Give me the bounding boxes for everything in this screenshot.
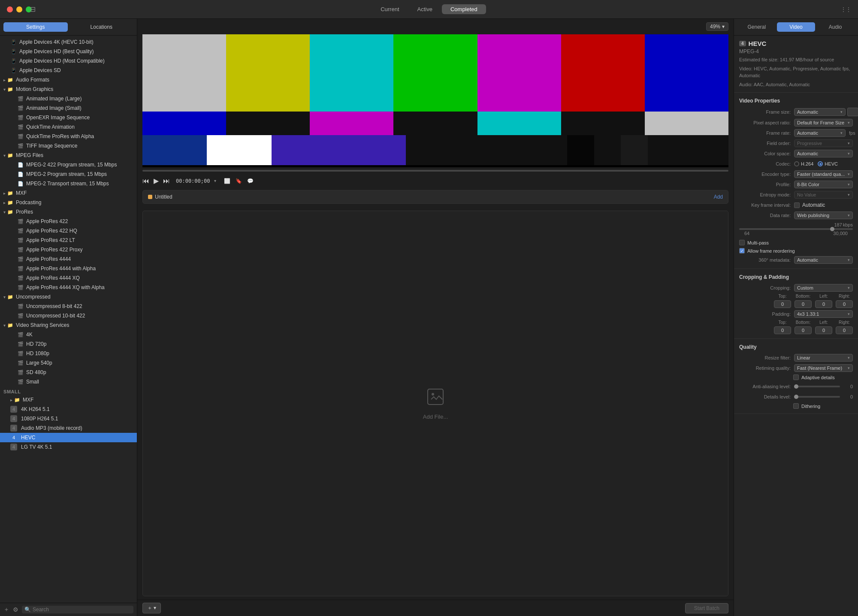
zoom-control[interactable]: 49% ▾ <box>706 22 728 31</box>
list-item[interactable]: 🎬 SD 480p <box>0 368 137 377</box>
tab-current[interactable]: Current <box>372 4 408 14</box>
profile-select[interactable]: 8-Bit Color ▾ <box>794 181 853 188</box>
pad-top-input[interactable] <box>774 326 791 334</box>
list-item[interactable]: 🎬 QuickTime ProRes with Alpha <box>0 132 137 141</box>
color-space-select[interactable]: Automatic ▾ <box>794 150 853 157</box>
list-item[interactable]: 4 Audio MP3 (mobile record) <box>0 423 137 433</box>
list-item[interactable]: 📄 MPEG-2 Transport stream, 15 Mbps <box>0 179 137 188</box>
pad-bottom-input[interactable] <box>795 326 812 334</box>
multipass-checkbox[interactable] <box>739 240 745 245</box>
list-item[interactable]: 🎬 Uncompressed 10-bit 422 <box>0 311 137 320</box>
tab-audio[interactable]: Audio <box>816 22 855 32</box>
sidebar-item-video-sharing[interactable]: 📁 Video Sharing Services <box>0 320 137 330</box>
list-item[interactable]: 🎬 Animated Image (Large) <box>0 94 137 103</box>
tab-general[interactable]: General <box>737 22 776 32</box>
pad-left-input[interactable] <box>815 326 832 334</box>
list-item[interactable]: 🎬 Apple ProRes 422 LT <box>0 236 137 245</box>
list-item[interactable]: 🎬 Uncompressed 8-bit 422 <box>0 302 137 311</box>
list-item[interactable]: 🎬 OpenEXR Image Sequence <box>0 113 137 122</box>
close-button[interactable] <box>7 6 13 12</box>
list-item[interactable]: 📱 Apple Devices HD (Most Compatible) <box>0 56 137 66</box>
list-item[interactable]: 🎬 Apple ProRes 422 Proxy <box>0 245 137 254</box>
list-item[interactable]: 📄 MPEG-2 422 Program stream, 15 Mbps <box>0 160 137 169</box>
fast-forward-button[interactable]: ⏭ <box>163 177 170 185</box>
add-file-area[interactable]: Add File... <box>142 211 728 596</box>
list-item[interactable]: 📱 Apple Devices 4K (HEVC 10-bit) <box>0 37 137 47</box>
list-item[interactable]: 🎬 HD 1080p <box>0 349 137 358</box>
keyframe-checkbox[interactable] <box>794 202 800 208</box>
sidebar-tab-locations[interactable]: Locations <box>69 22 134 32</box>
list-item[interactable]: 📄 MPEG-2 Program stream, 15 Mbps <box>0 169 137 179</box>
adaptive-details-checkbox[interactable] <box>793 374 799 380</box>
sidebar-item-custom-mxf[interactable]: 📁 MXF <box>0 395 137 405</box>
list-item[interactable]: 🎬 HD 720p <box>0 339 137 349</box>
search-input[interactable] <box>33 607 131 613</box>
allow-reorder-checkbox[interactable] <box>739 248 745 254</box>
add-row-button[interactable]: ＋ ▾ <box>142 603 161 613</box>
play-button[interactable]: ▶ <box>154 177 159 185</box>
crop-left-input[interactable] <box>815 300 832 308</box>
bookmark-icon[interactable]: 🔖 <box>236 178 242 184</box>
sidebar-item-mxf[interactable]: 📁 MXF <box>0 188 137 198</box>
list-item[interactable]: 🎬 QuickTime Animation <box>0 122 137 132</box>
start-batch-button[interactable]: Start Batch <box>685 603 728 613</box>
sidebar-item-prores[interactable]: 📁 ProRes <box>0 207 137 217</box>
list-item[interactable]: 🎬 Animated Image (Small) <box>0 103 137 113</box>
radio-h264[interactable]: H.264 <box>794 161 813 166</box>
rewind-button[interactable]: ⏮ <box>142 177 149 185</box>
list-item[interactable]: 🎬 Apple ProRes 4444 XQ with Alpha <box>0 283 137 292</box>
frame-size-select[interactable]: Automatic ▾ <box>794 108 846 116</box>
list-item[interactable]: 4 4K H264 5.1 <box>0 405 137 414</box>
radio-hevc[interactable]: HEVC <box>818 161 838 166</box>
sidebar-item-motion-graphics[interactable]: 📁 Motion Graphics <box>0 85 137 94</box>
list-item[interactable]: 🎬 Large 540p <box>0 358 137 368</box>
list-item[interactable]: 4 LG TV 4K 5.1 <box>0 442 137 452</box>
resize-filter-select[interactable]: Linear ▾ <box>794 354 853 362</box>
list-item[interactable]: 🎬 Apple ProRes 422 HQ <box>0 226 137 236</box>
dithering-checkbox[interactable] <box>793 403 799 409</box>
padding-select[interactable]: 4x3 1.33:1 ▾ <box>794 310 853 318</box>
tab-video[interactable]: Video <box>777 22 816 32</box>
data-rate-select[interactable]: Web publishing ▾ <box>794 211 853 219</box>
pad-right-input[interactable] <box>836 326 853 334</box>
list-item[interactable]: 📱 Apple Devices HD (Best Quality) <box>0 47 137 56</box>
list-item[interactable]: 🎬 4K <box>0 330 137 339</box>
sidebar-item-hevc[interactable]: 4 HEVC <box>0 433 137 442</box>
list-item[interactable]: 🎬 Apple ProRes 422 <box>0 217 137 226</box>
list-item[interactable]: 🎬 TIFF Image Sequence <box>0 141 137 151</box>
frame-size-btn1[interactable] <box>847 108 858 116</box>
crop-right-input[interactable] <box>836 300 853 308</box>
crop-top-input[interactable] <box>774 300 791 308</box>
overlay-icon[interactable]: ⬜ <box>224 178 230 184</box>
sidebar-item-mpeg-files[interactable]: 📁 MPEG Files <box>0 151 137 160</box>
add-button[interactable]: ＋ <box>3 606 9 613</box>
tab-completed[interactable]: Completed <box>442 4 486 14</box>
cropping-select[interactable]: Custom ▾ <box>794 284 853 292</box>
timeline-slider[interactable] <box>142 170 728 172</box>
list-item[interactable]: 🎬 Apple ProRes 4444 XQ <box>0 273 137 283</box>
frame-rate-select[interactable]: Automatic ▾ <box>794 129 846 137</box>
timecode-dropdown-icon[interactable]: ▾ <box>214 178 216 183</box>
minimize-button[interactable] <box>16 6 22 12</box>
list-item[interactable]: 4 1080P H264 5.1 <box>0 414 137 423</box>
list-item[interactable]: 📱 Apple Devices SD <box>0 66 137 75</box>
settings-gear-icon[interactable]: ⚙ <box>13 606 18 613</box>
sidebar-item-audio-formats[interactable]: 📁 Audio Formats <box>0 75 137 85</box>
pixel-aspect-select[interactable]: Default for Frame Size ▾ <box>794 119 853 127</box>
list-item[interactable]: 🎬 Small <box>0 377 137 387</box>
sidebar-tab-settings[interactable]: Settings <box>3 22 68 32</box>
add-job-button[interactable]: Add <box>714 194 723 200</box>
details-slider[interactable] <box>794 396 840 398</box>
bitrate-slider[interactable] <box>739 228 853 230</box>
antialias-slider[interactable] <box>794 386 840 387</box>
tab-active[interactable]: Active <box>409 4 441 14</box>
list-item[interactable]: 🎬 Apple ProRes 4444 <box>0 254 137 264</box>
sidebar-item-uncompressed[interactable]: 📁 Uncompressed <box>0 292 137 302</box>
caption-icon[interactable]: 💬 <box>247 178 254 184</box>
sidebar-item-podcasting[interactable]: 📁 Podcasting <box>0 198 137 207</box>
crop-bottom-input[interactable] <box>795 300 812 308</box>
retiming-select[interactable]: Fast (Nearest Frame) ▾ <box>794 364 853 372</box>
metadata-select[interactable]: Automatic ▾ <box>794 256 853 264</box>
list-item[interactable]: 🎬 Apple ProRes 4444 with Alpha <box>0 264 137 273</box>
encoder-type-select[interactable]: Faster (standard qua... ▾ <box>794 170 853 178</box>
